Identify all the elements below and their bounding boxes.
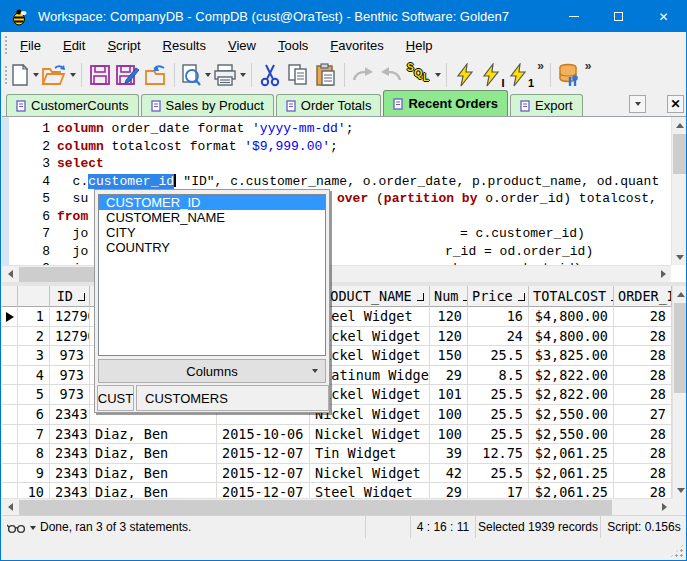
column-header-qty[interactable]: Num — [430, 286, 468, 307]
popup-tab-customers[interactable]: CUSTOMERS — [136, 385, 329, 411]
cell-rownum[interactable]: 6 — [18, 405, 50, 425]
cell-order[interactable]: 28 — [614, 483, 672, 498]
undo-button[interactable] — [378, 61, 404, 89]
paste-button[interactable] — [313, 61, 339, 89]
database-tools-button[interactable] — [556, 61, 582, 89]
cell-id[interactable]: 973 — [50, 346, 90, 366]
redo-button[interactable] — [350, 61, 376, 89]
cell-marker[interactable] — [2, 307, 18, 327]
save-as-button[interactable] — [115, 61, 141, 89]
tab-list-dropdown-button[interactable] — [629, 95, 646, 113]
cell-marker[interactable] — [2, 464, 18, 484]
tab-recent-orders[interactable]: Recent Orders — [383, 90, 508, 116]
cell-id[interactable]: 12790 — [50, 327, 90, 347]
cell-rownum[interactable]: 4 — [18, 366, 50, 386]
cell-price[interactable]: 16 — [468, 307, 529, 327]
tab-close-button[interactable]: ✕ — [667, 95, 684, 113]
cell-price[interactable]: 24 — [468, 327, 529, 347]
scroll-left-arrow[interactable] — [2, 266, 18, 282]
cell-order[interactable]: 28 — [614, 385, 672, 405]
suggestion-category-dropdown[interactable]: Columns — [98, 359, 326, 383]
cell-qty[interactable]: 42 — [430, 464, 468, 484]
editor-vscroll-thumb[interactable] — [673, 134, 687, 174]
print-preview-button[interactable] — [180, 61, 211, 89]
cell-price[interactable]: 12.75 — [468, 444, 529, 464]
scroll-right-arrow[interactable] — [656, 499, 672, 515]
menu-item-view[interactable]: View — [217, 34, 267, 57]
scroll-left-arrow[interactable] — [2, 499, 18, 515]
menu-item-script[interactable]: Script — [96, 34, 151, 57]
cell-qty[interactable]: 29 — [430, 483, 468, 498]
cell-product[interactable]: Tin Widget — [310, 444, 430, 464]
menu-item-help[interactable]: Help — [395, 34, 444, 57]
new-file-button[interactable] — [10, 61, 39, 89]
cell-price[interactable]: 8.5 — [468, 366, 529, 386]
cell-total[interactable]: $2,550.00 — [529, 425, 614, 445]
cell-marker[interactable] — [2, 327, 18, 347]
cell-qty[interactable]: 120 — [430, 327, 468, 347]
grid-hscrollbar[interactable] — [2, 498, 672, 515]
cell-rownum[interactable]: 10 — [18, 483, 50, 498]
more-execute-buttons[interactable]: » — [537, 59, 544, 73]
cell-order[interactable]: 28 — [614, 425, 672, 445]
cell-id[interactable]: 12790 — [50, 307, 90, 327]
cell-total[interactable]: $3,825.00 — [529, 346, 614, 366]
cell-marker[interactable] — [2, 444, 18, 464]
execute-statement-button[interactable]: I — [480, 61, 506, 89]
cell-marker[interactable] — [2, 483, 18, 498]
cell-rownum[interactable]: 5 — [18, 385, 50, 405]
scroll-right-arrow[interactable] — [655, 266, 671, 282]
cell-product[interactable]: Nickel Widget — [310, 464, 430, 484]
tab-customercounts[interactable]: CustomerCounts — [6, 94, 139, 116]
cell-name[interactable]: Diaz, Ben — [90, 444, 217, 464]
cell-id[interactable]: 2343 — [50, 464, 90, 484]
cell-order[interactable]: 27 — [614, 405, 672, 425]
cell-name[interactable]: Diaz, Ben — [90, 425, 217, 445]
cell-price[interactable]: 25.5 — [468, 464, 529, 484]
cell-marker[interactable] — [2, 385, 18, 405]
toolbar-grip[interactable] — [4, 65, 9, 85]
more-database-buttons[interactable]: » — [585, 59, 592, 73]
grid-hscroll-thumb[interactable] — [19, 500, 612, 515]
cell-id[interactable]: 2343 — [50, 483, 90, 498]
print-button[interactable] — [213, 61, 246, 89]
cell-qty[interactable]: 101 — [430, 385, 468, 405]
column-header-order[interactable]: ORDER_I — [614, 286, 672, 307]
cell-name[interactable]: Diaz, Ben — [90, 483, 217, 498]
cell-order[interactable]: 28 — [614, 346, 672, 366]
save-button[interactable] — [87, 61, 113, 89]
cell-rownum[interactable]: 9 — [18, 464, 50, 484]
cell-qty[interactable]: 120 — [430, 307, 468, 327]
cell-total[interactable]: $2,822.00 — [529, 385, 614, 405]
cut-button[interactable] — [257, 61, 283, 89]
cell-total[interactable]: $2,061.25 — [529, 444, 614, 464]
scroll-up-arrow[interactable] — [673, 286, 687, 302]
cell-total[interactable]: $2,061.25 — [529, 464, 614, 484]
results-view-button[interactable] — [7, 519, 38, 536]
popup-tab-cust[interactable]: CUST — [97, 385, 134, 411]
tab-export[interactable]: Export — [510, 94, 583, 116]
cell-date[interactable]: 2015-12-07 — [217, 483, 310, 498]
scroll-up-arrow[interactable] — [672, 117, 687, 133]
cell-id[interactable]: 2343 — [50, 405, 90, 425]
suggestion-country[interactable]: COUNTRY — [99, 240, 325, 255]
cell-price[interactable]: 25.5 — [468, 425, 529, 445]
tab-order-totals[interactable]: Order Totals — [276, 94, 382, 116]
grid-vscrollbar[interactable] — [672, 286, 687, 498]
menu-item-file[interactable]: File — [9, 34, 52, 57]
scroll-down-arrow[interactable] — [673, 482, 687, 498]
cell-marker[interactable] — [2, 366, 18, 386]
cell-date[interactable]: 2015-12-07 — [217, 464, 310, 484]
cell-rownum[interactable]: 3 — [18, 346, 50, 366]
cell-total[interactable]: $2,061.25 — [529, 483, 614, 498]
open-file-button[interactable] — [41, 61, 76, 89]
cell-id[interactable]: 2343 — [50, 444, 90, 464]
grid-vscroll-thumb[interactable] — [674, 303, 687, 393]
cell-total[interactable]: $2,822.00 — [529, 366, 614, 386]
menu-item-favorites[interactable]: Favorites — [319, 34, 394, 57]
copy-button[interactable] — [285, 61, 311, 89]
cell-total[interactable]: $2,550.00 — [529, 405, 614, 425]
cell-order[interactable]: 28 — [614, 327, 672, 347]
cell-id[interactable]: 973 — [50, 366, 90, 386]
cell-date[interactable]: 2015-10-06 — [217, 425, 310, 445]
